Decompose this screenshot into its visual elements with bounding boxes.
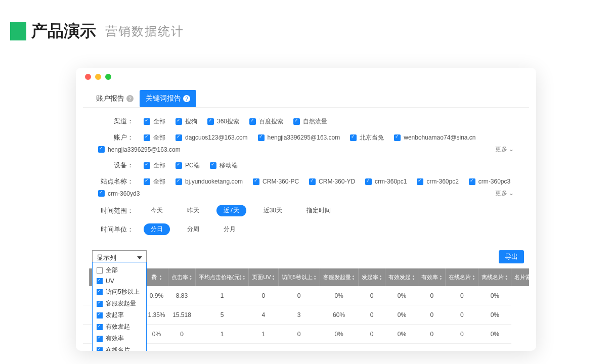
column-header[interactable]: 离线名片 — [478, 268, 511, 286]
maximize-icon[interactable] — [105, 74, 111, 80]
sort-icon — [505, 275, 508, 281]
filter-label: 时间单位： — [98, 225, 134, 234]
checkbox-icon — [97, 278, 103, 284]
cell: 0% — [385, 344, 418, 351]
column-header[interactable]: 访问5秒以上 — [278, 268, 320, 286]
column-option[interactable]: 访问5秒以上 — [96, 286, 143, 298]
option-label: 有效发起 — [106, 323, 130, 331]
cell: 0% — [385, 305, 418, 325]
column-option[interactable]: 客服发起量 — [96, 298, 143, 309]
checkbox-pc[interactable]: PC端 — [176, 161, 200, 170]
column-header[interactable]: 有效率 — [418, 268, 446, 286]
filter-unit-row: 时间单位： 分日 分周 分月 — [98, 223, 514, 235]
filter-label: 渠道： — [98, 117, 134, 126]
column-header[interactable]: 平均点击价格(元) — [195, 268, 248, 286]
sort-icon — [472, 275, 475, 281]
unit-month[interactable]: 分月 — [216, 223, 243, 235]
help-icon[interactable]: ? — [126, 95, 134, 102]
checkbox-account[interactable]: hengjia3396295@163.com — [98, 146, 181, 153]
cell: 0 — [358, 286, 385, 305]
cell: 0% — [478, 286, 511, 305]
column-header[interactable]: 费 — [145, 268, 168, 286]
checkbox-site[interactable]: crm-360pc2 — [417, 178, 458, 185]
filter-site-row: 站点名称： 全部 bj.yunduoketang.com CRM-360-PC … — [98, 177, 514, 198]
cell: 6.24 — [168, 344, 196, 351]
column-header[interactable]: 名片索取率 — [511, 268, 529, 286]
more-toggle[interactable]: 更多 ⌄ — [495, 189, 514, 198]
sort-icon — [272, 275, 275, 281]
column-header[interactable]: 有效发起 — [385, 268, 418, 286]
cell: 1 — [195, 325, 248, 344]
cell: 4 — [249, 305, 278, 325]
checkbox-site[interactable]: CRM-360-PC — [253, 178, 299, 185]
columns-dropdown-menu[interactable]: 全部UV访问5秒以上客服发起量发起率有效发起有效率在线名片离线名片名片索取率有效… — [92, 262, 147, 351]
checkbox-baidu[interactable]: 百度搜索 — [249, 117, 283, 126]
range-custom[interactable]: 指定时间 — [299, 205, 338, 216]
checkbox-all[interactable]: 全部 — [144, 161, 165, 170]
minimize-icon[interactable] — [95, 74, 101, 80]
cell: 0 — [358, 325, 385, 344]
checkbox-site[interactable]: bj.yunduoketang.com — [176, 178, 243, 185]
close-icon[interactable] — [85, 74, 91, 80]
sort-icon — [242, 275, 245, 281]
column-header[interactable]: 点击率 — [168, 268, 196, 286]
cell: 4.55% — [145, 344, 168, 351]
checkbox-account[interactable]: hengjia3396295@163.com — [258, 134, 340, 141]
tab-account-report[interactable]: 账户报告 ? — [90, 90, 140, 107]
cell: 0% — [478, 344, 511, 351]
checkbox-site[interactable]: crm-360pc1 — [365, 178, 407, 185]
sort-icon — [314, 275, 317, 281]
column-header[interactable]: 页面UV — [249, 268, 278, 286]
table-row: bj-云朵课堂1.35%15.51854360%00%000% — [83, 305, 529, 325]
checkbox-all[interactable]: 全部 — [144, 177, 165, 186]
export-button[interactable]: 导出 — [499, 250, 524, 263]
checkbox-360[interactable]: 360搜索 — [207, 117, 239, 126]
unit-day[interactable]: 分日 — [144, 223, 170, 235]
range-today[interactable]: 今天 — [144, 205, 170, 216]
cell: 1.35% — [145, 305, 168, 325]
range-yesterday[interactable]: 昨天 — [180, 205, 206, 216]
column-header[interactable]: 客服发起量 — [320, 268, 358, 286]
checkbox-site[interactable]: CRM-360-YD — [309, 178, 355, 185]
cell: 0% — [320, 286, 358, 305]
checkbox-site[interactable]: crm-360pc3 — [469, 178, 510, 185]
chevron-down-icon: ⌄ — [509, 146, 514, 153]
cell: 0 — [249, 286, 278, 305]
more-toggle[interactable]: 更多 ⌄ — [495, 145, 514, 154]
cell: 0 — [446, 305, 478, 325]
checkbox-all[interactable]: 全部 — [144, 133, 165, 142]
column-option[interactable]: 在线名片 — [96, 344, 143, 351]
checkbox-all[interactable]: 全部 — [144, 117, 165, 126]
checkbox-account[interactable]: dagcuos123@163.com — [176, 134, 248, 141]
range-7days[interactable]: 近7天 — [216, 205, 246, 216]
checkbox-organic[interactable]: 自然流量 — [293, 117, 327, 126]
column-option[interactable]: 有效发起 — [96, 321, 143, 333]
checkbox-mobile[interactable]: 移动端 — [210, 161, 238, 170]
help-icon[interactable]: ? — [183, 95, 190, 102]
column-option[interactable]: UV — [96, 276, 143, 286]
cell: 0 — [418, 305, 446, 325]
cell: 0% — [320, 325, 358, 344]
cell: 0.9% — [145, 286, 168, 305]
filter-range-row: 时间范围： 今天 昨天 近7天 近30天 指定时间 — [98, 205, 514, 216]
browser-window: 账户报告 ? 关键词报告 ? 渠道： 全部 搜狗 360搜索 百度搜索 自然流量 — [76, 68, 536, 351]
checkbox-site[interactable]: crm-360yd3 — [98, 190, 140, 197]
checkbox-account[interactable]: wenbohuamao74@sina.cn — [394, 134, 475, 141]
checkbox-icon — [97, 267, 103, 274]
column-option[interactable]: 发起率 — [96, 309, 143, 321]
cell: 0% — [145, 325, 168, 344]
option-label: UV — [106, 278, 114, 285]
caret-down-icon — [137, 256, 142, 259]
tab-keyword-report[interactable]: 关键词报告 ? — [140, 90, 196, 107]
unit-week[interactable]: 分周 — [180, 223, 206, 235]
checkbox-sogou[interactable]: 搜狗 — [176, 117, 197, 126]
range-30days[interactable]: 近30天 — [256, 205, 289, 216]
checkbox-account[interactable]: 北京当兔 — [350, 133, 384, 142]
cell: 0 — [418, 325, 446, 344]
cell: 0 — [446, 344, 478, 351]
cell: 0 — [418, 344, 446, 351]
column-header[interactable]: 发起率 — [358, 268, 385, 286]
column-option[interactable]: 全部 — [96, 264, 143, 276]
column-header[interactable]: 在线名片 — [446, 268, 478, 286]
column-option[interactable]: 有效率 — [96, 333, 143, 344]
